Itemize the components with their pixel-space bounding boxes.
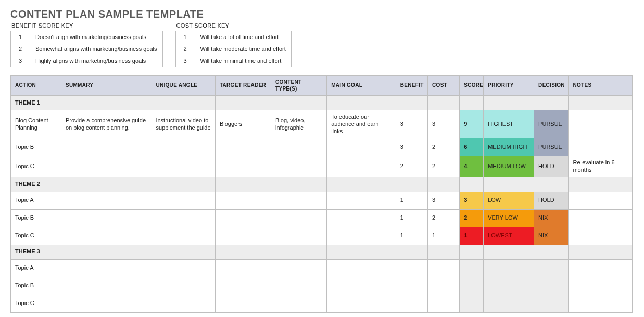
cell-action[interactable]: Topic C — [11, 227, 61, 245]
cell-goal[interactable] — [327, 156, 396, 177]
cell-decision[interactable] — [534, 259, 569, 277]
cell-decision[interactable] — [534, 277, 569, 295]
cell-cost[interactable]: 2 — [428, 156, 460, 177]
cell-angle[interactable]: Instructional video to supplement the gu… — [151, 110, 215, 138]
cell-action[interactable]: Topic A — [11, 259, 61, 277]
cell-reader[interactable] — [215, 156, 271, 177]
cell-types[interactable] — [271, 138, 327, 156]
cell-score[interactable]: 1 — [460, 227, 484, 245]
cell-decision[interactable]: PURSUE — [534, 110, 569, 138]
cell-cost[interactable]: 3 — [428, 192, 460, 209]
cell-cost[interactable] — [428, 259, 460, 277]
cell-notes[interactable] — [569, 209, 633, 227]
cell-types[interactable] — [271, 277, 327, 295]
cell-summary[interactable] — [61, 277, 151, 295]
cell-benefit[interactable] — [396, 259, 427, 277]
cell-priority[interactable] — [484, 295, 534, 312]
cell-summary[interactable] — [61, 295, 151, 312]
cell-reader[interactable]: Bloggers — [215, 110, 271, 138]
cell-reader[interactable] — [215, 295, 271, 312]
cell-action[interactable]: Topic B — [11, 209, 61, 227]
cell-decision[interactable]: HOLD — [534, 192, 569, 209]
cell-score[interactable] — [460, 277, 484, 295]
cell-angle[interactable] — [151, 209, 215, 227]
cell-reader[interactable] — [215, 259, 271, 277]
cell-types[interactable] — [271, 295, 327, 312]
cell-cost[interactable]: 2 — [428, 138, 460, 156]
cell-decision[interactable]: HOLD — [534, 156, 569, 177]
cell-benefit[interactable]: 1 — [396, 209, 427, 227]
cell-notes[interactable]: Re-evaluate in 6 months — [569, 156, 633, 177]
cell-cost[interactable] — [428, 295, 460, 312]
cell-notes[interactable] — [569, 192, 633, 209]
cell-types[interactable] — [271, 192, 327, 209]
cell-goal[interactable] — [327, 227, 396, 245]
cell-decision[interactable]: NIX — [534, 209, 569, 227]
cell-types[interactable]: Blog, video, infographic — [271, 110, 327, 138]
cell-notes[interactable] — [569, 277, 633, 295]
cell-priority[interactable] — [484, 277, 534, 295]
cell-goal[interactable] — [327, 259, 396, 277]
cell-angle[interactable] — [151, 295, 215, 312]
cell-benefit[interactable]: 1 — [396, 227, 427, 245]
cell-angle[interactable] — [151, 259, 215, 277]
cell-benefit[interactable]: 2 — [396, 156, 427, 177]
cell-summary[interactable] — [61, 192, 151, 209]
cell-summary[interactable] — [61, 227, 151, 245]
cell-angle[interactable] — [151, 227, 215, 245]
cell-summary[interactable] — [61, 156, 151, 177]
cell-priority[interactable]: MEDIUM LOW — [484, 156, 534, 177]
cell-score[interactable]: 4 — [460, 156, 484, 177]
cell-priority[interactable]: VERY LOW — [484, 209, 534, 227]
cell-action[interactable]: Topic C — [11, 156, 61, 177]
cell-action[interactable]: Blog Content Planning — [11, 110, 61, 138]
cell-goal[interactable] — [327, 192, 396, 209]
cell-priority[interactable]: LOWEST — [484, 227, 534, 245]
cell-goal[interactable] — [327, 209, 396, 227]
cell-score[interactable]: 3 — [460, 192, 484, 209]
cell-benefit[interactable] — [396, 295, 427, 312]
cell-decision[interactable]: NIX — [534, 227, 569, 245]
cell-angle[interactable] — [151, 192, 215, 209]
cell-reader[interactable] — [215, 277, 271, 295]
cell-priority[interactable] — [484, 259, 534, 277]
cell-summary[interactable]: Provide a comprehensive guide on blog co… — [61, 110, 151, 138]
cell-decision[interactable] — [534, 295, 569, 312]
cell-action[interactable]: Topic C — [11, 295, 61, 312]
cell-benefit[interactable]: 3 — [396, 138, 427, 156]
cell-goal[interactable] — [327, 277, 396, 295]
cell-score[interactable]: 9 — [460, 110, 484, 138]
cell-types[interactable] — [271, 259, 327, 277]
cell-benefit[interactable]: 1 — [396, 192, 427, 209]
cell-notes[interactable] — [569, 110, 633, 138]
cell-reader[interactable] — [215, 192, 271, 209]
cell-types[interactable] — [271, 209, 327, 227]
cell-score[interactable] — [460, 295, 484, 312]
cell-notes[interactable] — [569, 227, 633, 245]
cell-reader[interactable] — [215, 209, 271, 227]
cell-decision[interactable]: PURSUE — [534, 138, 569, 156]
cell-action[interactable]: Topic A — [11, 192, 61, 209]
cell-notes[interactable] — [569, 295, 633, 312]
cell-priority[interactable]: LOW — [484, 192, 534, 209]
cell-score[interactable]: 2 — [460, 209, 484, 227]
cell-benefit[interactable] — [396, 277, 427, 295]
cell-angle[interactable] — [151, 156, 215, 177]
cell-action[interactable]: Topic B — [11, 277, 61, 295]
cell-goal[interactable] — [327, 138, 396, 156]
cell-action[interactable]: Topic B — [11, 138, 61, 156]
cell-angle[interactable] — [151, 138, 215, 156]
cell-goal[interactable] — [327, 295, 396, 312]
cell-score[interactable] — [460, 259, 484, 277]
cell-cost[interactable]: 3 — [428, 110, 460, 138]
cell-cost[interactable] — [428, 277, 460, 295]
cell-angle[interactable] — [151, 277, 215, 295]
cell-types[interactable] — [271, 227, 327, 245]
cell-priority[interactable]: HIGHEST — [484, 110, 534, 138]
cell-benefit[interactable]: 3 — [396, 110, 427, 138]
cell-cost[interactable]: 1 — [428, 227, 460, 245]
cell-summary[interactable] — [61, 259, 151, 277]
cell-reader[interactable] — [215, 227, 271, 245]
cell-score[interactable]: 6 — [460, 138, 484, 156]
cell-priority[interactable]: MEDIUM HIGH — [484, 138, 534, 156]
